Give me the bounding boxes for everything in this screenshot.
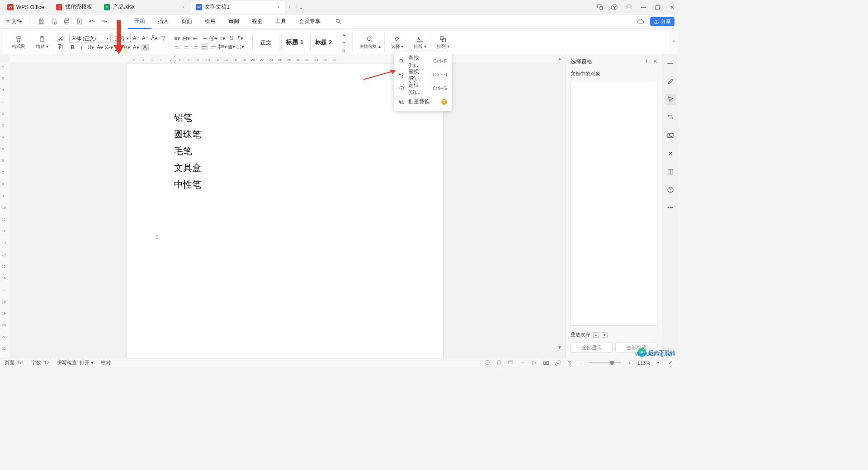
more-strip-icon[interactable]: ••• [665, 202, 676, 213]
help-strip-icon[interactable] [665, 184, 676, 195]
underline-icon[interactable]: U▾ [87, 44, 94, 51]
increase-indent-icon[interactable]: ⇥ [201, 35, 208, 42]
text-fit-icon[interactable]: Ⓐ▾ [210, 35, 217, 42]
assist-icon[interactable]: ⓘ [484, 359, 491, 367]
font-color-icon[interactable]: A▾ [114, 44, 122, 51]
select-button[interactable]: 选择 ▾ [389, 36, 406, 50]
fullscreen-icon[interactable]: ⤢ [666, 359, 674, 367]
italic-icon[interactable]: I [78, 44, 85, 51]
superscript-icon[interactable]: X₂▾ [105, 44, 113, 51]
close-panel-icon[interactable]: ✕ [653, 58, 657, 65]
style-body[interactable]: 正文 [252, 35, 279, 50]
view-web-icon[interactable] [507, 359, 514, 367]
dropdown-batch-replace[interactable]: 批量替换 $ [394, 95, 452, 108]
layout-button[interactable]: A 排版 ▾ [412, 36, 428, 50]
app-tab-xlsx[interactable]: S 产品.xlsx • [99, 1, 190, 13]
tab-reference[interactable]: 引用 [198, 14, 222, 29]
status-page[interactable]: 页面: 1/1 [5, 359, 24, 366]
vertical-ruler[interactable]: 42012345678910111213141516171819202122 [0, 62, 9, 358]
maximize-button[interactable] [654, 3, 662, 11]
link-icon[interactable] [554, 359, 561, 367]
new-tab-button[interactable]: ＋ [286, 3, 294, 11]
find-replace-button[interactable]: 查找替换 ▴ [357, 36, 382, 50]
cut-icon[interactable] [57, 35, 64, 42]
format-painter-button[interactable]: 格式刷 [10, 36, 27, 50]
align-justify-icon[interactable] [201, 43, 208, 50]
bold-icon[interactable]: B [69, 44, 76, 51]
collapse-ribbon-button[interactable]: ⌃ [670, 29, 678, 56]
zoom-level[interactable]: 113% [637, 360, 650, 366]
style-next-icon[interactable]: ▾ [340, 39, 348, 46]
shading-icon[interactable]: ▦▾ [228, 43, 235, 50]
share-button[interactable]: 分享 [650, 17, 675, 26]
save-icon[interactable] [37, 18, 45, 26]
tab-review[interactable]: 审阅 [222, 14, 245, 29]
tab-page[interactable]: 页面 [175, 14, 198, 29]
align-left-icon[interactable] [174, 43, 181, 50]
zoom-slider[interactable] [590, 362, 621, 363]
redo-button[interactable]: ↷▾ [100, 18, 108, 26]
dropdown-goto[interactable]: 定位(G)... Ctrl+G [394, 81, 452, 95]
copy-icon[interactable] [57, 43, 64, 50]
show-all-button[interactable]: 全部显示 [571, 343, 613, 352]
line-drag-handle[interactable]: ⠿ [156, 235, 159, 240]
highlight-icon[interactable]: A▾ [123, 44, 131, 51]
edit-tool-icon[interactable] [665, 76, 676, 87]
dropdown-find[interactable]: 查找(F)... Ctrl+F [394, 54, 452, 68]
minimize-button[interactable]: — [639, 3, 647, 11]
devices-icon[interactable] [596, 3, 604, 11]
align-center-icon[interactable] [183, 43, 190, 50]
borders-icon[interactable]: ▢▾ [237, 43, 244, 50]
show-marks-icon[interactable]: ¶▾ [237, 35, 244, 42]
tab-tools[interactable]: 工具 [269, 14, 292, 29]
align-right-icon[interactable] [192, 43, 199, 50]
cube-icon[interactable] [610, 3, 618, 11]
font-name-select[interactable]: 宋体 (正文)▾ [69, 34, 111, 43]
arrange-button[interactable]: 排列 ▾ [435, 36, 451, 50]
style-prev-icon[interactable]: ▴ [340, 31, 348, 38]
view-outline-icon[interactable]: ≡ [519, 359, 526, 367]
panel-object-list[interactable] [571, 82, 657, 326]
view-read-icon[interactable]: ▷ [531, 359, 538, 367]
decrease-font-icon[interactable]: A⁻ [142, 35, 149, 42]
move-up-button[interactable]: ▴ [593, 332, 599, 338]
bullet-list-icon[interactable]: ≡▾ [174, 35, 181, 42]
status-words[interactable]: 字数: 13 [31, 359, 49, 366]
decrease-indent-icon[interactable]: ⇤ [192, 35, 199, 42]
pin-icon[interactable] [644, 58, 649, 65]
select-tool-icon[interactable] [665, 94, 676, 105]
print-preview-icon[interactable] [50, 18, 58, 26]
tab-list-button[interactable]: ⌄ [297, 3, 305, 11]
view-write-icon[interactable] [542, 359, 550, 367]
text-direction-icon[interactable]: ↕▾ [219, 35, 226, 42]
char-border-icon[interactable]: A [142, 44, 149, 51]
app-tab-wps[interactable]: W WPS Office [2, 1, 50, 13]
image-strip-icon[interactable] [665, 130, 676, 141]
settings-strip-icon[interactable] [665, 112, 676, 123]
numbered-list-icon[interactable]: ⊟▾ [183, 35, 190, 42]
export-icon[interactable] [75, 18, 83, 26]
status-proofread[interactable]: 校对 [101, 359, 111, 366]
tab-start[interactable]: 开始 [128, 14, 151, 29]
line-spacing-icon[interactable]: ‡≡▾ [219, 43, 226, 50]
move-down-button[interactable]: ▾ [602, 332, 608, 338]
cloud-icon[interactable] [637, 18, 645, 26]
scroll-up-icon[interactable]: ▲ [557, 56, 562, 61]
style-heading2[interactable]: 标题 2 [310, 35, 337, 50]
app-tab-template[interactable]: 找稻壳模板 [51, 1, 98, 13]
close-window-button[interactable]: ✕ [668, 3, 676, 11]
app-tab-writer[interactable]: W 文字文稿1 • [190, 1, 284, 13]
book-strip-icon[interactable] [665, 166, 676, 177]
toolbox-strip-icon[interactable] [665, 148, 676, 159]
horizontal-ruler[interactable]: ▽ ▽ 642024681012141618202224262830323436… [9, 54, 566, 62]
zoom-in-button[interactable]: + [626, 359, 633, 367]
avatar-icon[interactable] [625, 3, 633, 11]
tab-insert[interactable]: 插入 [151, 14, 175, 29]
dropdown-replace[interactable]: AB 替换(R)... Ctrl+H [394, 68, 452, 81]
style-expand-icon[interactable]: ⊟ [340, 47, 348, 54]
tab-view[interactable]: 视图 [245, 14, 269, 29]
status-spelling[interactable]: 拼写检查: 打开 ▾ [57, 359, 94, 366]
increase-font-icon[interactable]: A⁺ [132, 35, 140, 42]
sort-icon[interactable]: ⇅ [228, 35, 235, 42]
clear-format-icon[interactable] [160, 35, 167, 42]
